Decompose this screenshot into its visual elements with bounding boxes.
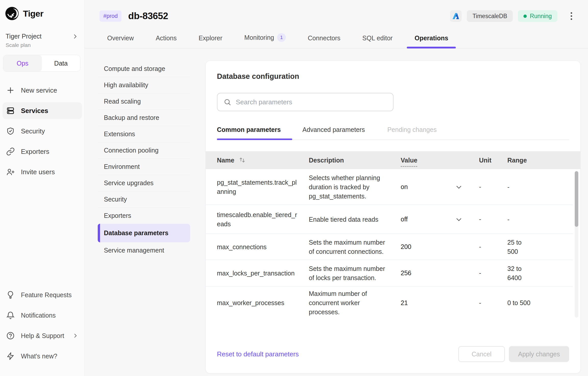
sidebar-item-label: Security — [21, 127, 45, 135]
sidebar-item-invite-users[interactable]: Invite users — [3, 164, 82, 180]
reset-defaults-link[interactable]: Reset to default parameters — [217, 350, 299, 358]
scrollbar-thumb[interactable] — [575, 171, 578, 227]
subnav-item-exporters[interactable]: Exporters — [98, 207, 190, 224]
param-unit: - — [479, 216, 507, 223]
sidebar-item-feature-requests[interactable]: Feature Requests — [3, 287, 82, 303]
param-description: Enable tiered data reads — [309, 215, 401, 224]
subnav-item-high-availability[interactable]: High availability — [98, 77, 190, 93]
param-range: 25 to 500 — [507, 238, 532, 256]
kebab-menu-icon[interactable] — [566, 10, 577, 22]
param-value-field[interactable]: 256 — [401, 269, 479, 277]
param-unit: - — [479, 299, 507, 307]
param-description: Sets the maximum number of concurrent co… — [309, 238, 401, 256]
apply-changes-button[interactable]: Apply changes — [509, 346, 569, 362]
column-range: Range — [507, 157, 580, 164]
param-value-field[interactable]: 21 — [401, 299, 479, 307]
toggle-data[interactable]: Data — [42, 55, 80, 71]
subnav-item-extensions[interactable]: Extensions — [98, 126, 190, 142]
chevron-down-icon[interactable] — [455, 216, 463, 223]
brand-name: Tiger — [23, 9, 43, 19]
tiger-logo-icon — [5, 7, 19, 20]
operations-subnav: Compute and storage High availability Re… — [98, 61, 190, 258]
chevron-right-icon — [72, 33, 78, 40]
param-description: Maximum number of concurrent worker proc… — [309, 289, 401, 317]
param-value-dropdown[interactable]: off — [401, 216, 479, 223]
bell-icon — [6, 311, 15, 320]
page-title: db-83652 — [128, 11, 168, 21]
sidebar-item-label: Invite users — [21, 168, 55, 176]
tab-common-parameters[interactable]: Common parameters — [217, 126, 292, 140]
column-description: Description — [309, 157, 401, 164]
param-value-dropdown[interactable]: on — [401, 183, 479, 191]
sidebar-footer: Feature Requests Notifications Help & Su… — [0, 287, 84, 369]
sidebar-nav: New service Services Security — [0, 82, 84, 184]
tab-explorer[interactable]: Explorer — [191, 32, 230, 48]
table-header: Name Description Value Unit Range — [206, 151, 580, 169]
sort-icon[interactable] — [238, 156, 246, 164]
param-range: - — [507, 215, 532, 224]
tab-monitoring[interactable]: Monitoring 1 — [237, 31, 293, 48]
tab-actions[interactable]: Actions — [148, 32, 184, 48]
parameter-tabs: Common parameters Advanced parameters Pe… — [217, 126, 569, 140]
chevron-down-icon[interactable] — [455, 183, 463, 191]
search-box — [217, 93, 394, 111]
subnav-item-read-scaling[interactable]: Read scaling — [98, 93, 190, 109]
project-switcher[interactable]: Tiger Project — [6, 33, 78, 40]
subnav-item-service-management[interactable]: Service management — [98, 242, 190, 258]
subnav-item-backup-and-restore[interactable]: Backup and restore — [98, 109, 190, 126]
brand-logo: Tiger — [0, 0, 84, 20]
param-description: Selects whether planning duration is tra… — [309, 173, 401, 201]
sidebar-item-label: Help & Support — [21, 332, 64, 340]
tab-operations[interactable]: Operations — [407, 32, 456, 48]
table-row: max_worker_processes Maximum number of c… — [206, 286, 573, 319]
chevron-right-icon — [72, 333, 78, 339]
sidebar-item-label: New service — [21, 86, 57, 94]
sidebar-item-security[interactable]: Security — [3, 123, 82, 140]
search-input[interactable] — [236, 98, 387, 106]
status-badge: Running — [518, 10, 557, 22]
subnav-item-service-upgrades[interactable]: Service upgrades — [98, 175, 190, 191]
subnav-item-compute-and-storage[interactable]: Compute and storage — [98, 61, 190, 77]
monitoring-count-badge: 1 — [277, 33, 286, 42]
servers-icon — [6, 106, 15, 115]
subnav-item-environment[interactable]: Environment — [98, 158, 190, 175]
sidebar-item-whats-new[interactable]: What's new? — [3, 348, 82, 364]
service-tabs: Overview Actions Explorer Monitoring 1 C… — [85, 31, 588, 48]
database-configuration-card: Database configuration Common parameters… — [205, 61, 581, 373]
panel-title: Database configuration — [217, 72, 569, 81]
table-row: pg_stat_statements.track_planning Select… — [206, 169, 573, 205]
sidebar-item-exporters[interactable]: Exporters — [3, 143, 82, 160]
product-badge: TimescaleDB — [467, 10, 513, 22]
param-range: 32 to 6400 — [507, 264, 532, 282]
subnav-item-database-parameters[interactable]: Database parameters — [98, 224, 190, 242]
sidebar-item-new-service[interactable]: New service — [3, 82, 82, 99]
tab-advanced-parameters[interactable]: Advanced parameters — [302, 126, 365, 140]
param-range: 0 to 500 — [507, 298, 532, 307]
tab-connectors[interactable]: Connectors — [300, 32, 348, 48]
operations-workspace: Compute and storage High availability Re… — [85, 61, 588, 376]
azure-icon — [450, 10, 462, 22]
cancel-button[interactable]: Cancel — [458, 346, 505, 362]
sidebar-item-label: Exporters — [21, 148, 49, 156]
subnav-item-connection-pooling[interactable]: Connection pooling — [98, 142, 190, 158]
param-name: max_worker_processes — [217, 298, 309, 307]
tab-overview[interactable]: Overview — [100, 32, 141, 48]
card-footer: Reset to default parameters Cancel Apply… — [206, 346, 580, 373]
tab-sql-editor[interactable]: SQL editor — [355, 32, 400, 48]
subnav-item-security[interactable]: Security — [98, 191, 190, 207]
table-row: max_locks_per_transaction Sets the maxim… — [206, 260, 573, 286]
status-label: Running — [530, 13, 552, 20]
sidebar-item-help-support[interactable]: Help & Support — [3, 328, 82, 343]
sidebar-item-services[interactable]: Services — [3, 102, 82, 119]
service-header-right: TimescaleDB Running — [450, 10, 577, 22]
table-row: timescaledb.enable_tiered_reads Enable t… — [206, 205, 573, 234]
table-row: max_connections Sets the maximum number … — [206, 234, 573, 260]
scrollbar-track[interactable] — [575, 171, 578, 318]
toggle-ops[interactable]: Ops — [3, 55, 42, 71]
param-value-field[interactable]: 200 — [401, 243, 479, 250]
column-unit: Unit — [479, 157, 507, 164]
sidebar-item-notifications[interactable]: Notifications — [3, 308, 82, 323]
tab-pending-changes[interactable]: Pending changes — [387, 126, 437, 140]
param-unit: - — [479, 183, 507, 191]
service-header: #prod db-83652 TimescaleDB Running — [85, 0, 588, 22]
